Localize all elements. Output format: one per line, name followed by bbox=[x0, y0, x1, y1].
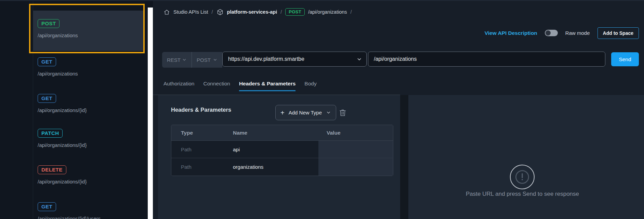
table-row: Path organizations bbox=[171, 158, 393, 176]
endpoint-path: /api/organizations/{id} bbox=[38, 179, 140, 184]
endpoint-list-item[interactable]: DELETE /api/organizations/{id} bbox=[38, 165, 140, 184]
panel-title: Headers & Parameters bbox=[171, 107, 231, 113]
base-url-value: https://api.dev.platform.smartbe bbox=[228, 56, 356, 62]
method-badge: GET bbox=[38, 57, 56, 66]
toggle-knob bbox=[546, 30, 551, 36]
param-type-cell: Path bbox=[171, 158, 223, 176]
endpoint-list-item[interactable]: GET /api/organizations bbox=[38, 57, 140, 77]
table-row: Path api bbox=[171, 141, 393, 158]
raw-mode-toggle[interactable] bbox=[545, 30, 558, 36]
chevron-down-icon bbox=[326, 110, 331, 115]
nav-rail-divider bbox=[33, 0, 33, 219]
column-header-type: Type bbox=[171, 125, 223, 140]
package-icon bbox=[216, 9, 224, 16]
endpoint-list-item[interactable]: POST /api/organizations bbox=[38, 19, 140, 38]
add-new-type-label: Add New Type bbox=[289, 110, 322, 115]
breadcrumb-root-link[interactable]: Studio APIs List bbox=[173, 9, 208, 15]
param-name-cell[interactable]: api bbox=[223, 141, 318, 158]
tabs-underline bbox=[153, 95, 400, 95]
endpoint-path: /api/organizations bbox=[38, 71, 140, 77]
method-badge: GET bbox=[38, 202, 56, 211]
tab-connection[interactable]: Connection bbox=[203, 81, 230, 91]
method-select[interactable]: POST bbox=[192, 52, 222, 68]
param-type-value: Path bbox=[181, 147, 192, 152]
breadcrumb-api-name[interactable]: platform-services-api bbox=[227, 9, 277, 15]
tab-headers-parameters[interactable]: Headers & Parameters bbox=[239, 81, 295, 91]
param-type-value: Path bbox=[181, 164, 192, 170]
protocol-select[interactable]: REST bbox=[162, 52, 192, 68]
endpoint-list-item[interactable]: PATCH /api/organizations/{id} bbox=[38, 129, 140, 148]
panel-gutter bbox=[400, 95, 408, 219]
response-empty-message: Paste URL and press Send to see response bbox=[441, 191, 604, 197]
breadcrumb: Studio APIs List / platform-services-api… bbox=[163, 8, 352, 16]
top-hairline bbox=[0, 0, 644, 1]
method-badge: POST bbox=[38, 19, 60, 28]
param-name-value: api bbox=[233, 147, 240, 152]
method-badge: PATCH bbox=[38, 129, 63, 138]
breadcrumb-separator: / bbox=[351, 9, 352, 15]
param-value-cell[interactable] bbox=[318, 141, 393, 158]
tab-body[interactable]: Body bbox=[304, 81, 316, 91]
request-method-group: REST POST bbox=[162, 52, 222, 68]
request-tabs: Authorization Connection Headers & Param… bbox=[163, 81, 317, 91]
protocol-value: REST bbox=[167, 57, 181, 63]
chevron-down-icon bbox=[213, 57, 218, 62]
param-value-cell[interactable] bbox=[318, 158, 393, 176]
breadcrumb-endpoint-path: /api/organizations bbox=[308, 9, 347, 15]
nav-rail bbox=[0, 0, 33, 219]
plus-icon: + bbox=[280, 109, 285, 116]
request-path-input[interactable] bbox=[368, 52, 605, 67]
method-value: POST bbox=[197, 57, 211, 63]
breadcrumb-separator: / bbox=[280, 9, 282, 15]
home-icon[interactable] bbox=[163, 9, 170, 15]
endpoint-path: /api/organizations/{id}/users bbox=[38, 216, 140, 219]
column-header-name: Name bbox=[223, 125, 318, 140]
params-table: Type Name Value Path api Path organizati… bbox=[171, 125, 393, 176]
header-actions: View API Description Raw mode Add to Spa… bbox=[485, 27, 639, 39]
column-header-value: Value bbox=[318, 125, 393, 140]
param-type-cell: Path bbox=[171, 141, 223, 158]
method-badge: DELETE bbox=[38, 165, 66, 174]
base-url-select[interactable]: https://api.dev.platform.smartbe bbox=[222, 52, 367, 67]
add-new-type-button[interactable]: + Add New Type bbox=[275, 105, 336, 120]
table-header-row: Type Name Value bbox=[171, 125, 393, 141]
endpoint-path: /api/organizations/{id} bbox=[38, 142, 140, 148]
param-name-value: organizations bbox=[233, 164, 263, 170]
endpoint-path: /api/organizations bbox=[38, 32, 140, 38]
endpoint-path: /api/organizations/{id} bbox=[38, 107, 140, 113]
delete-row-icon[interactable] bbox=[339, 109, 347, 117]
chevron-down-icon bbox=[182, 57, 187, 62]
breadcrumb-separator: / bbox=[212, 9, 213, 15]
api-studio-window: Explore Spaces History bbox=[0, 0, 644, 219]
endpoint-list-item[interactable]: GET /api/organizations/{id}/users bbox=[38, 202, 140, 219]
chevron-down-icon bbox=[356, 56, 362, 62]
sidebar-scrollbar[interactable] bbox=[148, 8, 153, 219]
breadcrumb-method-badge: POST bbox=[285, 8, 305, 16]
endpoint-list-item[interactable]: GET /api/organizations/{id} bbox=[38, 94, 140, 113]
tab-authorization[interactable]: Authorization bbox=[163, 81, 194, 91]
add-to-space-button[interactable]: Add to Space bbox=[597, 27, 639, 39]
view-api-description-link[interactable]: View API Description bbox=[485, 30, 537, 36]
alert-circle-icon bbox=[510, 165, 535, 189]
response-panel bbox=[408, 95, 644, 219]
send-button[interactable]: Send bbox=[611, 52, 639, 66]
param-name-cell[interactable]: organizations bbox=[223, 158, 318, 176]
method-badge: GET bbox=[38, 94, 56, 103]
raw-mode-label: Raw mode bbox=[565, 30, 590, 36]
